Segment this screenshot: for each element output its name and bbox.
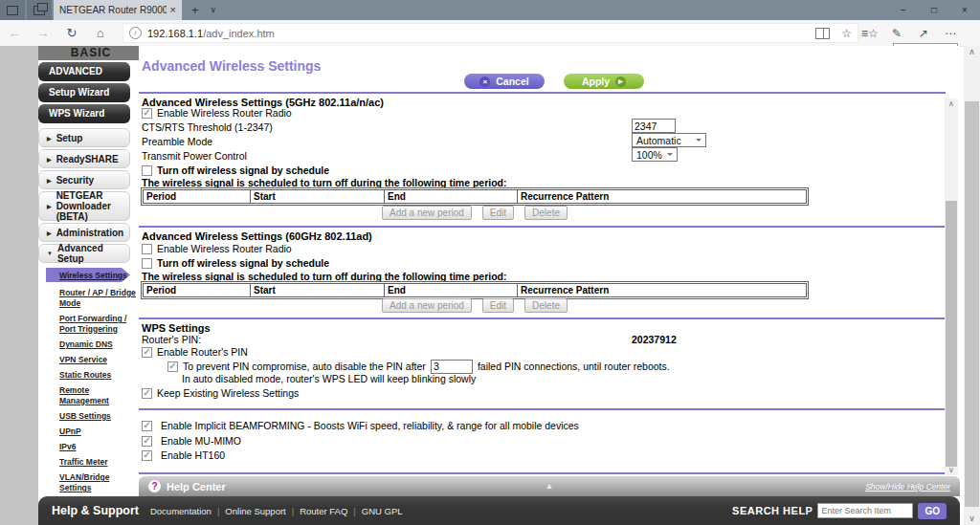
scroll-down-icon[interactable]: ∨ bbox=[945, 465, 958, 475]
tab-preview-icon[interactable] bbox=[27, 0, 52, 20]
close-window-icon[interactable]: × bbox=[949, 0, 980, 20]
maximize-icon[interactable]: □ bbox=[919, 0, 949, 20]
tab-list-chevron-icon[interactable]: ∨ bbox=[211, 6, 217, 14]
tab-title: NETGEAR Router R9000 bbox=[59, 5, 167, 15]
close-tab-icon[interactable]: × bbox=[170, 5, 176, 15]
cts-rts-input[interactable] bbox=[632, 119, 676, 133]
sidebar-item-advanced-home[interactable]: ADVANCED Home bbox=[38, 62, 130, 81]
expand-arrow-icon: ▶ bbox=[47, 177, 52, 184]
share-icon[interactable]: ↗ bbox=[910, 27, 937, 40]
edit-period-button-60ghz[interactable]: Edit bbox=[482, 298, 514, 313]
panel-scrollbar-thumb[interactable] bbox=[946, 201, 957, 467]
tab-basic[interactable]: BASIC bbox=[38, 46, 144, 60]
enable-pin-label: Enable Router's PIN bbox=[157, 346, 248, 358]
go-button[interactable]: GO bbox=[918, 503, 947, 519]
new-tab-icon[interactable]: + bbox=[191, 4, 199, 16]
auto-disable-pin-checkbox[interactable] bbox=[167, 361, 178, 372]
sidebar-item-router-ap-bridge-mode[interactable]: Router / AP / Bridge Mode bbox=[38, 288, 136, 309]
search-help-input[interactable] bbox=[817, 503, 913, 518]
footer-link-documentation[interactable]: Documentation bbox=[150, 506, 225, 516]
browser-scrollbar[interactable]: ∧ ∨ bbox=[964, 46, 980, 525]
sidebar-group-advanced-setup[interactable]: ▼ Advanced Setup bbox=[38, 244, 130, 263]
collapse-triangle-icon[interactable]: ▲ bbox=[546, 481, 554, 491]
url-path: /adv_index.htm bbox=[203, 28, 275, 39]
favorite-star-icon[interactable]: ☆ bbox=[841, 27, 852, 40]
enable-radio-5ghz-checkbox[interactable] bbox=[142, 108, 152, 119]
sidebar-group-security[interactable]: ▶ Security bbox=[38, 170, 130, 189]
sidebar-item-static-routes[interactable]: Static Routes bbox=[38, 370, 136, 381]
keep-existing-label: Keep Existing Wireless Settings bbox=[157, 387, 299, 399]
sidebar-item-vlan-bridge-settings[interactable]: VLAN/Bridge Settings bbox=[38, 472, 136, 493]
sidebar-item-ipv6[interactable]: IPv6 bbox=[38, 442, 136, 452]
sidebar-item-upnp[interactable]: UPnP bbox=[38, 427, 136, 437]
section-divider bbox=[139, 317, 946, 319]
sidebar-item-traffic-meter[interactable]: Traffic Meter bbox=[38, 457, 136, 468]
sidebar-item-wireless-settings[interactable]: Wireless Settings bbox=[46, 268, 130, 282]
sidebar-group-netgear-downloader[interactable]: ▶ NETGEAR Downloader (BETA) bbox=[38, 191, 130, 221]
sidebar-group-administration[interactable]: ▶ Administration bbox=[38, 223, 130, 242]
footer-link-router-faq[interactable]: Router FAQ bbox=[300, 506, 362, 516]
sidebar-group-label: ReadySHARE bbox=[56, 154, 119, 164]
chevron-down-icon bbox=[667, 153, 673, 159]
add-period-button-60ghz[interactable]: Add a new period bbox=[382, 298, 472, 313]
footer-link-gnu-gpl[interactable]: GNU GPL bbox=[362, 506, 403, 516]
cts-rts-label: CTS/RTS Threshold (1-2347) bbox=[142, 121, 273, 133]
schedule-toggle-5ghz-checkbox[interactable] bbox=[142, 165, 152, 176]
delete-period-button-60ghz[interactable]: Delete bbox=[524, 298, 568, 313]
ht160-checkbox[interactable] bbox=[142, 450, 152, 461]
scroll-up-icon[interactable]: ∧ bbox=[964, 46, 980, 58]
ht160-label: Enable HT160 bbox=[161, 449, 225, 461]
sidebar-item-usb-settings[interactable]: USB Settings bbox=[38, 411, 136, 422]
delete-period-button-5ghz[interactable]: Delete bbox=[524, 206, 568, 220]
collapse-arrow-icon: ▼ bbox=[47, 251, 53, 256]
forward-icon[interactable]: → bbox=[29, 26, 57, 40]
sidebar-item-remote-management[interactable]: Remote Management bbox=[38, 385, 136, 406]
footer-link-online-support[interactable]: Online Support bbox=[225, 506, 300, 516]
scroll-up-icon[interactable]: ∧ bbox=[945, 98, 958, 109]
browser-scrollbar-thumb[interactable] bbox=[965, 101, 979, 507]
enable-pin-checkbox[interactable] bbox=[142, 347, 152, 358]
sidebar-item-port-forwarding[interactable]: Port Forwarding / Port Triggering bbox=[38, 314, 136, 335]
sidebar-group-setup[interactable]: ▶ Setup bbox=[38, 128, 130, 147]
preamble-select[interactable]: Automatic bbox=[632, 133, 706, 147]
browser-tab[interactable]: NETGEAR Router R9000 × bbox=[54, 0, 182, 20]
site-info-icon[interactable]: i bbox=[129, 27, 142, 39]
keep-existing-checkbox[interactable] bbox=[142, 388, 152, 399]
scroll-down-icon[interactable]: ∨ bbox=[964, 513, 980, 525]
transmit-power-select[interactable]: 100% bbox=[632, 147, 678, 162]
back-icon[interactable]: ← bbox=[0, 26, 29, 40]
schedule-toggle-60ghz-checkbox[interactable] bbox=[142, 258, 152, 269]
cancel-x-icon: × bbox=[479, 77, 490, 87]
reading-view-icon[interactable] bbox=[815, 28, 830, 39]
show-hide-help-link[interactable]: Show/Hide Help Center bbox=[865, 482, 950, 492]
beamforming-checkbox[interactable] bbox=[142, 421, 152, 431]
sidebar-item-wps-wizard[interactable]: WPS Wizard bbox=[38, 104, 130, 123]
sidebar-item-setup-wizard[interactable]: Setup Wizard bbox=[38, 83, 130, 102]
more-options-icon[interactable]: ⋯ bbox=[937, 27, 964, 40]
favorites-bar-icon[interactable]: ≡☆ bbox=[857, 27, 883, 40]
apply-button[interactable]: Apply ▶ bbox=[564, 74, 644, 89]
auto-disable-count-input[interactable] bbox=[431, 360, 473, 374]
sidebar-submenu: Wireless Settings Router / AP / Bridge M… bbox=[38, 268, 136, 525]
annotate-pen-icon[interactable]: ✎ bbox=[883, 27, 910, 40]
set-aside-tabs-icon[interactable] bbox=[0, 0, 25, 20]
section-divider bbox=[139, 226, 946, 228]
home-icon[interactable]: ⌂ bbox=[86, 26, 115, 40]
panel-scrollbar[interactable]: ∧ ∨ bbox=[945, 98, 958, 475]
settings-panel: Advanced Wireless Settings × Cancel Appl… bbox=[139, 46, 960, 476]
sidebar-group-readyshare[interactable]: ▶ ReadySHARE bbox=[38, 149, 130, 168]
sidebar-item-vpn-service[interactable]: VPN Service bbox=[38, 355, 136, 365]
minimize-icon[interactable]: − bbox=[888, 0, 919, 20]
address-bar[interactable]: i 192.168.1.1/adv_index.htm ☆ bbox=[122, 23, 858, 43]
help-center-bar[interactable]: ? Help Center ▲ Show/Hide Help Center bbox=[139, 476, 960, 496]
edit-period-button-5ghz[interactable]: Edit bbox=[482, 206, 514, 220]
refresh-icon[interactable]: ↻ bbox=[57, 26, 86, 40]
col-period: Period bbox=[144, 284, 251, 297]
mu-mimo-checkbox[interactable] bbox=[142, 436, 152, 447]
schedule-toggle-5ghz-label: Turn off wireless signal by schedule bbox=[157, 164, 329, 176]
sidebar-group-label: NETGEAR Downloader (BETA) bbox=[56, 190, 127, 222]
cancel-button[interactable]: × Cancel bbox=[464, 74, 545, 89]
add-period-button-5ghz[interactable]: Add a new period bbox=[382, 206, 472, 220]
sidebar-item-dynamic-dns[interactable]: Dynamic DNS bbox=[38, 339, 136, 350]
enable-radio-60ghz-checkbox[interactable] bbox=[142, 244, 152, 254]
